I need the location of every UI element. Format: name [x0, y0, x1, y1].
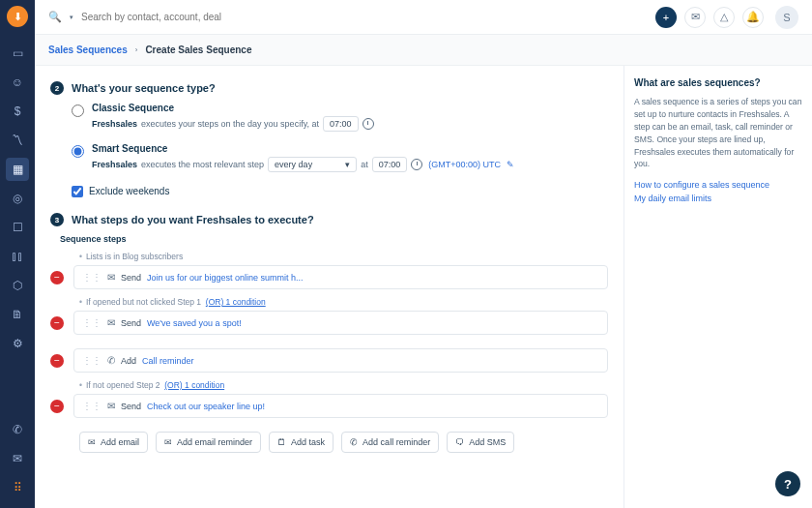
nav-sequences-icon[interactable]: ▦: [6, 158, 29, 181]
nav-settings-icon[interactable]: ⚙: [6, 332, 29, 355]
help-link-limits[interactable]: My daily email limits: [634, 194, 802, 203]
step2-verb: Send: [121, 318, 141, 328]
exclude-weekends-label: Exclude weekends: [89, 186, 169, 196]
timezone-edit-icon[interactable]: ✎: [507, 160, 514, 169]
clock-icon: [362, 118, 374, 130]
announce-icon[interactable]: △: [713, 7, 735, 28]
remove-step-1[interactable]: −: [50, 271, 64, 284]
step1-verb: Send: [121, 273, 141, 283]
add-sms-button[interactable]: 🗨Add SMS: [447, 432, 514, 453]
search-icon[interactable]: 🔍: [48, 11, 62, 23]
nav-deals-icon[interactable]: $: [6, 100, 29, 123]
help-title: What are sales sequences?: [634, 77, 802, 88]
step-number-3: 3: [50, 213, 64, 226]
clock-icon-2: [411, 159, 422, 170]
email-icon: ✉: [164, 437, 172, 447]
chevron-right-icon: ›: [135, 45, 138, 54]
condition-1: •Lists is in Blog subscribers: [79, 252, 608, 261]
mail-icon[interactable]: ✉: [684, 7, 706, 28]
app-logo[interactable]: ⬇: [7, 6, 28, 27]
condition-3: •If not opened Step 2 (OR) 1 condition: [79, 380, 608, 390]
add-task-button[interactable]: 🗒Add task: [269, 432, 334, 453]
sms-icon: 🗨: [455, 437, 464, 447]
step4-link[interactable]: Check out our speaker line up!: [147, 402, 265, 411]
brand-text: Freshsales: [92, 119, 137, 129]
drag-handle-icon[interactable]: ⋮⋮: [82, 272, 102, 283]
search-scope-dropdown[interactable]: ▾: [70, 14, 73, 21]
add-button[interactable]: +: [655, 7, 677, 28]
phone-icon: ✆: [107, 355, 115, 366]
section-sequence-type: 2 What's your sequence type?: [50, 81, 608, 95]
nav-contacts-icon[interactable]: ☺: [6, 71, 29, 94]
breadcrumb-current: Create Sales Sequence: [145, 45, 251, 55]
notifications-icon[interactable]: 🔔: [742, 7, 764, 28]
frequency-select[interactable]: every day▾: [268, 157, 357, 172]
nav-target-icon[interactable]: ◎: [6, 187, 29, 210]
at-label: at: [361, 160, 368, 169]
smart-sequence-label: Smart Sequence: [92, 143, 514, 154]
drag-handle-icon[interactable]: ⋮⋮: [82, 317, 102, 328]
step-box-4[interactable]: ⋮⋮ ✉ Send Check out our speaker line up!: [73, 394, 608, 418]
drag-handle-icon[interactable]: ⋮⋮: [82, 355, 102, 366]
add-email-button[interactable]: ✉Add email: [79, 432, 148, 453]
nav-doc-icon[interactable]: 🗎: [6, 303, 29, 326]
breadcrumb-root[interactable]: Sales Sequences: [48, 45, 128, 55]
smart-sequence-radio[interactable]: [72, 145, 84, 158]
nav-chat-icon[interactable]: ☐: [6, 216, 29, 239]
step-number-2: 2: [50, 81, 64, 95]
classic-sequence-label: Classic Sequence: [92, 103, 374, 113]
remove-step-4[interactable]: −: [50, 400, 64, 413]
main-panel: 2 What's your sequence type? Classic Seq…: [35, 66, 624, 508]
step4-verb: Send: [121, 402, 141, 411]
help-link-configure[interactable]: How to configure a sales sequence: [634, 180, 802, 190]
add-call-reminder-button[interactable]: ✆Add call reminder: [341, 432, 439, 453]
task-icon: 🗒: [277, 437, 286, 447]
help-desc: A sales sequence is a series of steps yo…: [634, 96, 802, 170]
classic-time-input[interactable]: 07:00: [323, 116, 359, 132]
help-panel: What are sales sequences? A sales sequen…: [624, 66, 812, 508]
steps-header: Sequence steps: [60, 234, 608, 244]
phone-icon: ✆: [350, 437, 358, 447]
nav-phone-icon[interactable]: ✆: [6, 418, 29, 441]
step3-verb: Add: [121, 356, 136, 366]
section-steps: 3 What steps do you want Freshsales to e…: [50, 213, 608, 226]
exclude-weekends-checkbox[interactable]: [72, 186, 83, 197]
search-input[interactable]: [81, 12, 648, 22]
classic-sequence-radio[interactable]: [72, 105, 84, 117]
step2-link[interactable]: We've saved you a spot!: [147, 318, 242, 328]
smart-desc: executes the most relevant step: [141, 160, 264, 169]
nav-reports-icon[interactable]: ⫿⫿: [6, 245, 29, 268]
brand-text-2: Freshsales: [92, 160, 137, 169]
section3-title: What steps do you want Freshsales to exe…: [72, 214, 314, 225]
step-box-2[interactable]: ⋮⋮ ✉ Send We've saved you a spot!: [73, 311, 608, 335]
section2-title: What's your sequence type?: [72, 82, 216, 94]
remove-step-2[interactable]: −: [50, 316, 64, 330]
condition-2-link[interactable]: (OR) 1 condition: [206, 297, 266, 307]
help-fab[interactable]: ?: [775, 471, 800, 496]
nav-calendar-icon[interactable]: ▭: [6, 42, 29, 65]
add-email-reminder-button[interactable]: ✉Add email reminder: [156, 432, 261, 453]
timezone-link[interactable]: (GMT+00:00) UTC: [428, 160, 501, 169]
step3-link[interactable]: Call reminder: [142, 356, 194, 366]
avatar[interactable]: S: [775, 6, 798, 29]
email-icon: ✉: [107, 272, 115, 283]
nav-conversations-icon[interactable]: ✉: [6, 447, 29, 470]
condition-3-link[interactable]: (OR) 1 condition: [164, 380, 224, 390]
classic-desc: executes your steps on the day you speci…: [141, 119, 319, 129]
remove-step-3[interactable]: −: [50, 354, 64, 368]
email-icon: ✉: [107, 317, 115, 328]
drag-handle-icon[interactable]: ⋮⋮: [82, 401, 102, 411]
nav-box-icon[interactable]: ⬡: [6, 274, 29, 297]
topbar: 🔍 ▾ + ✉ △ 🔔 S: [35, 0, 812, 35]
email-icon: ✉: [88, 437, 96, 447]
nav-rail: ⬇ ▭ ☺ $ 〽 ▦ ◎ ☐ ⫿⫿ ⬡ 🗎 ⚙ ✆ ✉ ⠿: [0, 0, 35, 508]
step-box-1[interactable]: ⋮⋮ ✉ Send Join us for our biggest online…: [73, 265, 608, 289]
nav-apps-icon[interactable]: ⠿: [6, 476, 29, 499]
breadcrumb: Sales Sequences › Create Sales Sequence: [35, 35, 812, 66]
step1-link[interactable]: Join us for our biggest online summit h.…: [147, 273, 304, 283]
nav-analytics-icon[interactable]: 〽: [6, 129, 29, 152]
smart-time-input[interactable]: 07:00: [372, 157, 408, 172]
condition-2: •If opened but not clicked Step 1 (OR) 1…: [79, 297, 608, 307]
step-box-3[interactable]: ⋮⋮ ✆ Add Call reminder: [73, 348, 608, 373]
email-icon: ✉: [107, 401, 115, 411]
